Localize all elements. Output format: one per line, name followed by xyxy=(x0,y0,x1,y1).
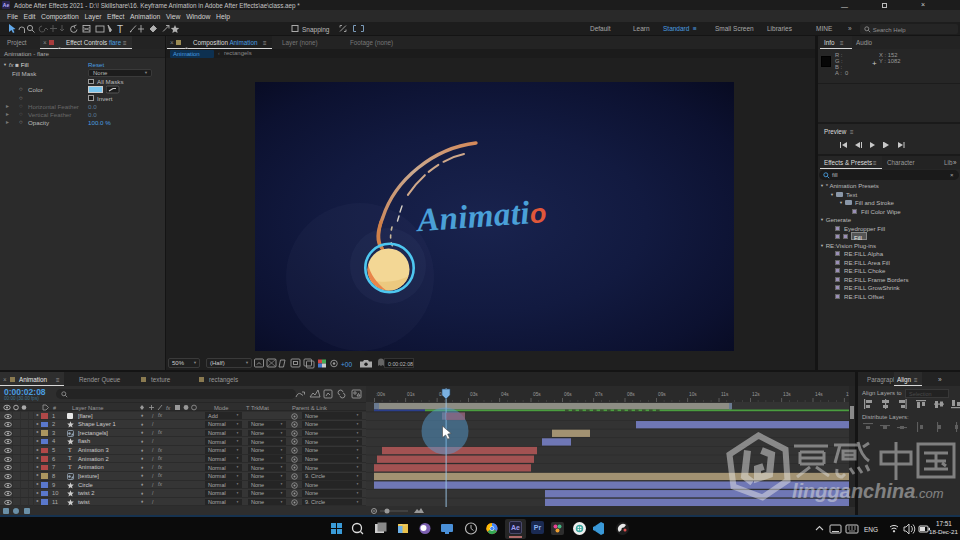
svg-text:03s: 03s xyxy=(470,392,478,397)
svg-text:14s: 14s xyxy=(815,392,823,397)
svg-text:11s: 11s xyxy=(721,392,729,397)
svg-text:lingganchina.com: lingganchina.com xyxy=(792,480,944,502)
svg-text:10s: 10s xyxy=(689,392,697,397)
svg-text:+00: +00 xyxy=(341,361,352,368)
svg-text:T: T xyxy=(117,24,123,35)
svg-text:07s: 07s xyxy=(595,392,603,397)
svg-text:fx: fx xyxy=(166,405,171,411)
svg-text:04s: 04s xyxy=(501,392,509,397)
svg-text:01s: 01s xyxy=(407,392,415,397)
svg-text:12s: 12s xyxy=(752,392,760,397)
svg-text:08s: 08s xyxy=(627,392,635,397)
svg-text:13s: 13s xyxy=(783,392,791,397)
svg-text:05s: 05s xyxy=(533,392,541,397)
svg-text:Snapping: Snapping xyxy=(302,26,330,34)
svg-text::00s: :00s xyxy=(376,392,386,397)
svg-text:09s: 09s xyxy=(658,392,666,397)
svg-text:06s: 06s xyxy=(564,392,572,397)
svg-text:ENG: ENG xyxy=(864,526,878,533)
